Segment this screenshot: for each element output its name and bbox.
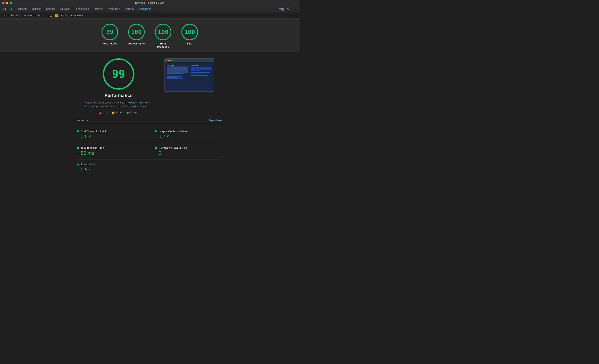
- legend-pass-icon: [127, 111, 129, 114]
- perf-desc-text: Values are estimated and may vary. The: [85, 101, 130, 104]
- see-calculator-link[interactable]: See calculator.: [130, 105, 147, 108]
- screenshot-bar-r2: [191, 74, 204, 74]
- tab-sources[interactable]: Sources: [44, 6, 58, 12]
- screenshot-tags: [191, 67, 212, 71]
- metrics-grid: First Contentful Paint 0.5 s Largest Con…: [77, 126, 222, 176]
- metric-cls: Cumulative Layout Shift 0: [150, 143, 222, 160]
- page-screenshot: Latest post Popular tags: [164, 58, 214, 92]
- tab-lighthouse[interactable]: Lighthouse: [136, 6, 154, 12]
- screenshot-bar-1: [167, 73, 184, 74]
- screenshot-left-col: Latest post: [166, 64, 189, 90]
- maximize-button[interactable]: [9, 2, 12, 4]
- screenshot-tag-8: [205, 68, 211, 70]
- metric-fcp-dot: [77, 130, 79, 132]
- tab-memory[interactable]: Memory: [91, 6, 105, 12]
- traffic-lights: [2, 2, 12, 4]
- legend-pass: 90–100: [127, 111, 138, 114]
- score-best-practices[interactable]: 100 BestPractices: [155, 24, 171, 48]
- score-seo[interactable]: 100 SEO: [181, 24, 198, 48]
- performance-header: 99 Performance Values are estimated and …: [85, 58, 214, 114]
- device-toolbar-button[interactable]: [8, 6, 14, 12]
- metrics-section: METRICS Expand view First Contentful Pai…: [77, 119, 222, 176]
- metric-lcp-value: 0.7 s: [159, 134, 222, 139]
- ss-max-dot: [170, 60, 172, 61]
- main-content: 99 Performance Values are estimated and …: [0, 52, 300, 180]
- more-button[interactable]: ⋮: [292, 6, 298, 12]
- new-tab-button[interactable]: +: [2, 13, 8, 18]
- stop-button[interactable]: [48, 13, 54, 18]
- metric-si-name: Speed Index: [81, 163, 96, 166]
- url-bar: + 6:15:34 PM - localhost:3000 ▾ 🦊 http:/…: [0, 12, 300, 19]
- metric-lcp: Largest Contentful Paint 0.7 s: [150, 126, 222, 143]
- window-title: DevTools - localhost:3000/: [135, 1, 165, 4]
- chat-badge: 1: [281, 8, 284, 11]
- tab-elements[interactable]: Elements: [14, 6, 29, 12]
- minimize-button[interactable]: [6, 2, 8, 4]
- tab-list: Elements Console Sources Network Perform…: [14, 6, 278, 12]
- screenshot-tag-10: [195, 70, 200, 71]
- screenshot-bar-3: [167, 76, 182, 77]
- url-dropdown-button[interactable]: ▾: [41, 13, 47, 18]
- legend-average-icon: [112, 111, 115, 114]
- score-value-accessibility: 100: [131, 29, 142, 35]
- legend-average: 50–89: [112, 111, 122, 114]
- screenshot-bar-5: [167, 78, 183, 79]
- legend-pass-label: 90–100: [130, 111, 138, 114]
- metric-si-value: 0.5 s: [81, 167, 150, 173]
- score-label-seo: SEO: [187, 42, 192, 45]
- score-performance[interactable]: 99 Performance: [102, 24, 118, 48]
- metric-tbt-name-row: Total Blocking Time: [77, 146, 150, 149]
- metric-fcp-name-row: First Contentful Paint: [77, 130, 150, 133]
- favicon: 🦊: [55, 14, 58, 17]
- tab-application[interactable]: Application: [105, 6, 123, 12]
- performance-left: 99 Performance Values are estimated and …: [85, 58, 152, 114]
- metric-lcp-name-row: Largest Contentful Paint: [155, 130, 222, 133]
- score-label-performance: Performance: [102, 42, 118, 45]
- svg-line-4: [50, 15, 52, 16]
- close-button[interactable]: [2, 2, 5, 4]
- score-value-seo: 100: [185, 29, 195, 35]
- expand-view-button[interactable]: Expand view: [208, 119, 222, 122]
- performance-title: Performance: [105, 93, 133, 98]
- screenshot-bar-r1: [191, 72, 210, 73]
- performance-score-circle: 99: [103, 58, 134, 90]
- performance-score-value: 99: [112, 68, 125, 80]
- metric-tbt-value: 80 ms: [81, 150, 150, 156]
- metric-fcp-name: First Contentful Paint: [81, 130, 106, 133]
- tab-performance[interactable]: Performance: [72, 6, 91, 12]
- metric-si-dot: [77, 163, 79, 166]
- metrics-title: METRICS: [77, 119, 88, 122]
- legend-average-label: 50–89: [115, 111, 122, 114]
- svg-point-2: [288, 9, 289, 9]
- metric-cls-name: Cumulative Layout Shift: [159, 146, 187, 149]
- tab-security[interactable]: Security: [123, 6, 136, 12]
- screenshot-tag-1: [191, 67, 196, 68]
- metric-tbt: Total Blocking Time 80 ms: [77, 143, 150, 160]
- score-accessibility[interactable]: 100 Accessibility: [128, 24, 145, 48]
- score-legend: 0–49 50–89 90–100: [99, 111, 138, 114]
- inspect-element-button[interactable]: [2, 6, 8, 12]
- screenshot-titlebar: [165, 59, 214, 62]
- svg-rect-1: [11, 8, 12, 10]
- url-more-button[interactable]: ⋮: [294, 14, 298, 17]
- performance-description: Values are estimated and may vary. The p…: [85, 101, 152, 109]
- metrics-header: METRICS Expand view: [77, 119, 222, 124]
- metric-tbt-dot: [77, 147, 79, 149]
- screenshot-tag-7: [199, 68, 205, 70]
- metric-fcp-value: 0.5 s: [81, 134, 150, 139]
- metric-tbt-name: Total Blocking Time: [81, 146, 104, 149]
- toolbar-right: 1 ⋮: [279, 6, 298, 12]
- tab-network[interactable]: Network: [58, 6, 72, 12]
- url-bar-left: + 6:15:34 PM - localhost:3000 ▾: [2, 13, 54, 18]
- metric-cls-name-row: Cumulative Layout Shift: [155, 146, 222, 149]
- chat-button[interactable]: 1: [279, 6, 284, 12]
- tab-console[interactable]: Console: [29, 6, 44, 12]
- score-circle-best-practices: 100: [155, 24, 171, 40]
- score-circle-performance: 99: [102, 24, 118, 40]
- settings-button[interactable]: [285, 6, 291, 12]
- screenshot-post-image: [167, 67, 188, 73]
- legend-fail-icon: [99, 111, 102, 114]
- ss-min-dot: [168, 60, 169, 61]
- screenshot-tag-3: [200, 67, 206, 68]
- score-value-best-practices: 100: [158, 29, 168, 35]
